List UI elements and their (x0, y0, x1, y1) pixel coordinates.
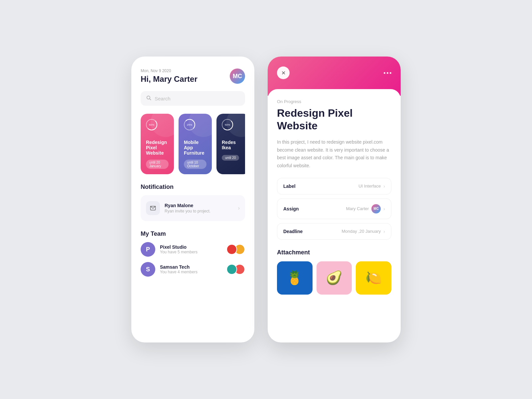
deadline-row-chevron-icon: › (383, 229, 385, 234)
project-card-2[interactable]: 25% Mobile App Furniture until 10 Octobe… (179, 114, 212, 174)
attachment-2[interactable]: 🥑 (317, 261, 352, 295)
team-members-2: You have 4 members (160, 270, 224, 274)
label-field-value: UI Interface (358, 184, 381, 189)
assign-info-row[interactable]: Assign Mary Carter MC › (277, 199, 391, 219)
notification-message: Ryan invite you to project. (165, 209, 233, 213)
avatar: MC (230, 68, 245, 84)
dot-3 (390, 72, 391, 74)
team-members-1: You have 5 members (160, 250, 224, 254)
dot-1 (384, 72, 385, 74)
deadline-field-value-group: Monday ,20 January › (342, 229, 385, 234)
assign-field-name: Assign (283, 206, 299, 211)
status-label: On Progress (277, 99, 391, 104)
notification-section-title: Notification (141, 184, 245, 191)
project-cards-row: 50% Redesign Pixel Website until 20 Janu… (141, 114, 245, 174)
team-section-title: My Team (141, 230, 245, 237)
dot-2 (387, 72, 388, 74)
label-row-chevron-icon: › (383, 184, 385, 189)
project-title: Redesign Pixel Website (277, 107, 391, 132)
attachment-3[interactable]: 🍋 (356, 261, 391, 295)
search-icon (146, 95, 151, 102)
attachment-1[interactable]: 🍍 (277, 261, 313, 295)
card-title-2: Mobile App Furniture (184, 140, 206, 156)
progress-circle-3: 50% (222, 119, 233, 130)
card-title-1: Redesign Pixel Website (146, 140, 169, 156)
team-initial-1: P (141, 242, 155, 257)
progress-circle-1: 50% (146, 119, 157, 130)
assign-field-value-group: Mary Carter MC › (346, 204, 385, 213)
left-phone: Mon, Nov 9 2020 Hi, Mary Carter MC Searc… (131, 57, 254, 342)
team-avatars-2 (229, 264, 245, 275)
assign-row-chevron-icon: › (383, 206, 385, 211)
project-card-1[interactable]: 50% Redesign Pixel Website until 20 Janu… (141, 114, 174, 174)
project-card-3[interactable]: 50% Redes Ikea until 20 (216, 114, 245, 174)
notification-icon (146, 201, 160, 215)
deadline-field-value: Monday ,20 January (342, 229, 381, 234)
header-text: Mon, Nov 9 2020 Hi, Mary Carter (141, 68, 198, 84)
deadline-info-row[interactable]: Deadline Monday ,20 January › (277, 223, 391, 240)
team-item-2[interactable]: S Samsan Tech You have 4 members (141, 262, 245, 277)
svg-line-1 (150, 99, 151, 100)
greeting-text: Hi, Mary Carter (141, 74, 198, 84)
date-label: Mon, Nov 9 2020 (141, 68, 198, 73)
notification-content: Ryan Malone Ryan invite you to project. (165, 203, 233, 213)
assign-field-value: Mary Carter (346, 206, 369, 211)
team-info-1: Pixel Studio You have 5 members (160, 244, 224, 254)
more-options-button[interactable] (384, 72, 391, 74)
phone-header: Mon, Nov 9 2020 Hi, Mary Carter MC (141, 68, 245, 84)
team-name-1: Pixel Studio (160, 244, 224, 250)
label-field-name: Label (283, 184, 296, 189)
team-name-2: Samsan Tech (160, 264, 224, 270)
label-field-value-group: UI Interface › (358, 184, 385, 189)
info-rows: Label UI Interface › Assign Mary Carter … (277, 178, 391, 240)
team-list: P Pixel Studio You have 5 members S Sams… (141, 242, 245, 277)
card-date-1: until 20 January (146, 160, 169, 169)
progress-circle-2: 25% (184, 119, 195, 130)
notification-sender: Ryan Malone (165, 203, 233, 208)
right-phone-body: On Progress Redesign Pixel Website In th… (268, 89, 401, 305)
pineapple-icon: 🍍 (286, 270, 303, 286)
avocado-icon: 🥑 (326, 270, 342, 286)
close-button[interactable]: ✕ (277, 66, 290, 79)
team-info-2: Samsan Tech You have 4 members (160, 264, 224, 274)
search-bar[interactable]: Search (141, 91, 245, 106)
team-initial-2: S (141, 262, 155, 277)
attachment-section-title: Attachment (277, 249, 391, 256)
team-avatar-2a (226, 264, 237, 275)
card-date-2: until 10 October (184, 160, 206, 169)
card-date-3: until 20 (222, 155, 239, 161)
label-info-row[interactable]: Label UI Interface › (277, 178, 391, 195)
notification-card[interactable]: Ryan Malone Ryan invite you to project. … (141, 195, 245, 221)
right-phone: ✕ On Progress Redesign Pixel Website In … (268, 57, 401, 342)
deadline-field-name: Deadline (283, 229, 303, 234)
card-title-3: Redes Ikea (222, 140, 244, 150)
attachment-grid: 🍍 🥑 🍋 (277, 261, 391, 295)
lemon-icon: 🍋 (365, 270, 382, 286)
project-description: In this project, I need to redesign webs… (277, 138, 391, 170)
team-avatar-1a (226, 244, 237, 255)
search-placeholder: Search (155, 96, 171, 101)
notification-chevron-icon: › (238, 205, 240, 211)
team-avatars-1 (229, 244, 245, 255)
assign-avatar: MC (371, 204, 381, 213)
team-item-1[interactable]: P Pixel Studio You have 5 members (141, 242, 245, 257)
